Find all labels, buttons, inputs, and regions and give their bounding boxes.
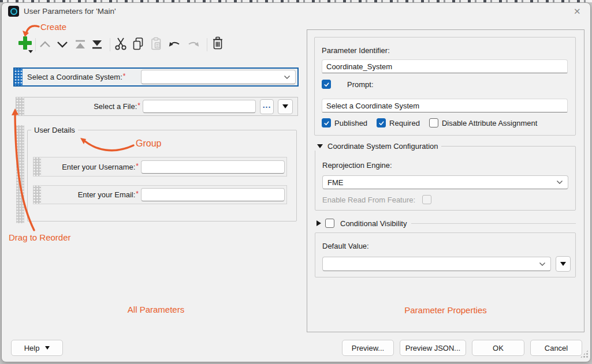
ok-button[interactable]: OK <box>472 340 524 356</box>
redo-button[interactable] <box>185 39 202 50</box>
identifier-label: Parameter Identifier: <box>322 46 390 55</box>
parameter-label: Enter your Username:* <box>41 163 139 171</box>
chevron-down-icon <box>56 39 69 50</box>
help-button[interactable]: Help <box>11 340 63 356</box>
coordinate-system-combobox[interactable] <box>141 70 296 84</box>
chevron-up-icon <box>39 39 51 50</box>
published-label: Published <box>334 119 367 127</box>
toolbar-separator <box>35 38 36 51</box>
coordsys-config-header[interactable]: Coordinate System Configuration <box>314 142 441 151</box>
move-up-button[interactable] <box>38 38 52 51</box>
preview-json-button[interactable]: Preview JSON... <box>400 340 466 356</box>
required-checkbox[interactable] <box>377 118 386 127</box>
parameter-label: Select a File:* <box>24 102 140 111</box>
triangle-down-icon <box>45 346 50 350</box>
section-collapsed-icon <box>317 220 321 226</box>
enable-read-row: Enable Read From Feature: <box>322 195 431 204</box>
fme-app-icon <box>8 6 19 17</box>
annotation-drag-to-reorder: Drag to Reorder <box>9 232 71 242</box>
drag-handle[interactable] <box>33 157 41 176</box>
drag-handle[interactable] <box>14 69 23 85</box>
copy-icon <box>131 36 145 51</box>
default-value-label: Default Value: <box>322 242 369 250</box>
enable-read-label: Enable Read From Feature: <box>322 196 415 204</box>
delete-button[interactable] <box>211 36 225 52</box>
required-marker: * <box>123 72 126 80</box>
triangle-down-icon <box>560 262 566 266</box>
move-to-bottom-icon <box>91 39 103 50</box>
parameter-row-file[interactable]: Select a File:* ... <box>16 97 298 116</box>
user-parameters-dialog-screen: User Parameters for 'Main' ✕ Create <box>0 0 592 364</box>
annotation-group: Group <box>136 138 161 149</box>
redo-icon <box>186 39 201 50</box>
prompt-row: Prompt: <box>322 80 374 89</box>
copy-button[interactable] <box>131 36 145 51</box>
conditional-visibility-label: Conditional Visibility <box>340 219 407 228</box>
parameter-label: Enter your Email:* <box>41 190 139 199</box>
plus-icon <box>18 41 32 45</box>
coordsys-config-label: Coordinate System Configuration <box>327 142 438 151</box>
dialog-title: User Parameters for 'Main' <box>24 7 116 16</box>
conditional-visibility-header[interactable]: Conditional Visibility <box>317 219 576 228</box>
annotation-parameter-properties: Parameter Properties <box>307 305 584 315</box>
username-input[interactable] <box>141 160 285 174</box>
paste-button[interactable] <box>149 36 163 51</box>
required-marker: * <box>136 190 139 198</box>
reprojection-engine-combobox[interactable]: FME <box>322 175 568 189</box>
parameter-row-username[interactable]: Enter your Username:* <box>33 157 287 177</box>
file-input[interactable] <box>143 100 256 113</box>
preview-button[interactable]: Preview... <box>342 340 394 356</box>
annotation-all-parameters: All Parameters <box>13 305 299 314</box>
section-line <box>411 223 576 224</box>
drag-handle[interactable] <box>16 97 24 115</box>
move-to-top-icon <box>74 39 87 50</box>
close-icon[interactable]: ✕ <box>574 6 581 17</box>
triangle-down-icon <box>282 104 288 108</box>
move-to-bottom-button[interactable] <box>90 38 104 51</box>
check-icon <box>323 81 330 88</box>
published-checkbox[interactable] <box>322 118 331 127</box>
file-options-dropdown-button[interactable] <box>278 99 293 114</box>
chevron-down-icon <box>284 75 291 80</box>
cut-button[interactable] <box>113 36 128 51</box>
parameter-row-coordinate-system[interactable]: Select a Coordinate System:* <box>13 67 299 87</box>
email-input[interactable] <box>141 188 285 201</box>
disable-attribute-assignment-checkbox[interactable] <box>429 118 438 127</box>
prompt-checkbox[interactable] <box>322 80 331 89</box>
prompt-label: Prompt: <box>347 80 374 89</box>
annotation-create: Create <box>40 22 66 32</box>
reprojection-engine-label: Reprojection Engine: <box>322 161 392 170</box>
paste-icon <box>149 36 163 51</box>
check-icon <box>323 120 330 126</box>
add-parameter-dropdown-icon[interactable] <box>28 50 33 53</box>
prompt-input[interactable] <box>322 99 568 112</box>
move-to-top-button[interactable] <box>73 38 87 51</box>
undo-button[interactable] <box>166 39 183 50</box>
chevron-down-icon <box>539 262 546 267</box>
cancel-button[interactable]: Cancel <box>530 340 582 356</box>
parameter-row-email[interactable]: Enter your Email:* <box>33 185 287 204</box>
flags-row: Published Required Disable Attribute Ass… <box>322 118 537 127</box>
toolbar-separator <box>207 38 207 51</box>
trash-icon <box>211 36 225 52</box>
browse-button[interactable]: ... <box>260 99 274 114</box>
parameter-identifier-input[interactable] <box>322 59 568 73</box>
ellipsis-icon: ... <box>263 103 271 107</box>
enable-read-checkbox <box>422 195 431 204</box>
default-value-options-button[interactable] <box>556 256 571 272</box>
required-marker: * <box>137 102 140 110</box>
parameter-label: Select a Coordinate System:* <box>27 73 125 81</box>
required-marker: * <box>136 162 139 170</box>
drag-handle[interactable] <box>33 186 41 204</box>
add-parameter-button[interactable] <box>18 36 32 50</box>
move-down-button[interactable] <box>55 38 69 51</box>
scissors-icon <box>113 36 128 51</box>
group-drag-handle[interactable] <box>16 125 24 223</box>
group-title: User Details <box>31 126 78 134</box>
check-icon <box>378 120 385 126</box>
fme-app-icon-ring <box>10 8 17 15</box>
default-value-combobox[interactable] <box>322 257 551 271</box>
chevron-down-icon <box>556 180 563 185</box>
conditional-visibility-checkbox[interactable] <box>325 219 334 228</box>
section-expanded-icon <box>317 144 323 148</box>
